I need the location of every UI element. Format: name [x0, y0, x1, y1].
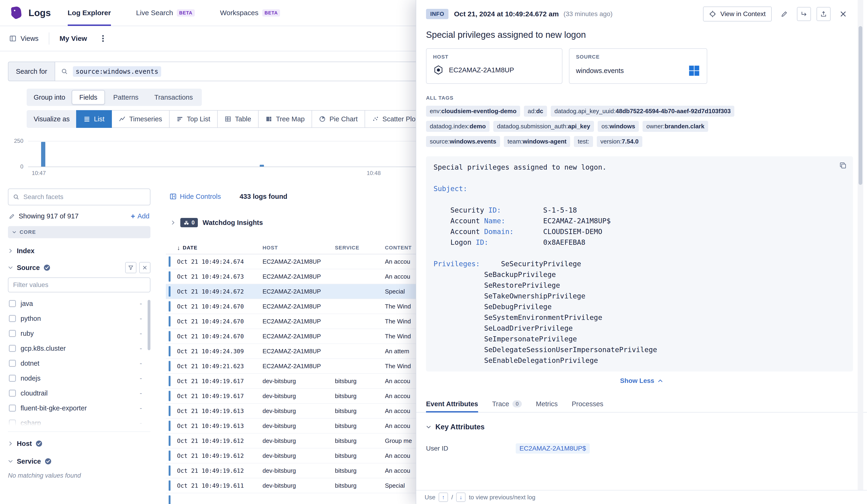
- tag-os[interactable]: os:windows: [598, 121, 639, 132]
- log-date: Oct 21 10:49:19.612: [177, 452, 263, 459]
- view-in-context-button[interactable]: View in Context: [703, 7, 772, 21]
- checkbox[interactable]: [9, 300, 16, 307]
- column-service[interactable]: SERVICE: [335, 245, 385, 251]
- scrollbar-thumb[interactable]: [859, 26, 862, 185]
- hide-controls-button[interactable]: Hide Controls: [170, 193, 221, 200]
- nav-tab-live-search[interactable]: Live SearchBETA: [136, 0, 195, 26]
- open-related-icon[interactable]: [797, 7, 811, 21]
- column-host[interactable]: HOST: [263, 245, 335, 251]
- close-icon[interactable]: [836, 7, 850, 21]
- tag-datadog.index[interactable]: datadog.index:demo: [426, 121, 490, 132]
- group-by-patterns[interactable]: Patterns: [106, 90, 146, 105]
- log-date: Oct 21 10:49:24.670: [177, 303, 263, 310]
- facet-value-csharp[interactable]: csharp-: [8, 416, 150, 426]
- topnav-tabs: Log ExplorerLive SearchBETAWorkspacesBET…: [68, 0, 280, 26]
- facet-value-count: -: [140, 390, 149, 397]
- volume-bar[interactable]: [260, 165, 264, 167]
- tag-value: windows-agent: [523, 138, 567, 145]
- visualize-timeseries-button[interactable]: Timeseries: [111, 110, 170, 128]
- visualize-table-button[interactable]: Table: [217, 110, 259, 128]
- facet-value-ruby[interactable]: ruby-: [8, 326, 150, 341]
- checkbox[interactable]: [9, 419, 16, 426]
- facet-source[interactable]: Source: [8, 261, 150, 275]
- group-by-transactions[interactable]: Transactions: [147, 90, 200, 105]
- filter-facet-icon[interactable]: [125, 262, 136, 273]
- facet-value-java[interactable]: java-: [8, 296, 150, 311]
- arrow-down-key[interactable]: ↓: [456, 493, 465, 502]
- visualize-toplist-button[interactable]: Top List: [169, 110, 218, 128]
- facet-value-nodejs[interactable]: nodejs-: [8, 371, 150, 386]
- edit-icon[interactable]: [777, 7, 791, 21]
- facet-value-gcp.k8s.cluster[interactable]: gcp.k8s.cluster-: [8, 341, 150, 356]
- nav-tab-workspaces[interactable]: WorkspacesBETA: [220, 0, 280, 26]
- host-card[interactable]: HOST EC2AMAZ-2A1M8UP: [426, 48, 563, 84]
- facet-value-label: dotnet: [21, 360, 40, 367]
- checkbox[interactable]: [9, 330, 16, 337]
- facet-filter-input[interactable]: [13, 281, 145, 289]
- tag-ad[interactable]: ad:dc: [524, 106, 547, 117]
- checkbox[interactable]: [9, 345, 16, 352]
- checkbox[interactable]: [9, 405, 16, 412]
- facet-value-count: -: [140, 419, 149, 426]
- detail-tab-event-attributes[interactable]: Event Attributes: [426, 396, 478, 412]
- column-date[interactable]: ↓ DATE: [177, 244, 263, 252]
- facet-value-python[interactable]: python-: [8, 311, 150, 326]
- facet-scrollbar[interactable]: [148, 300, 150, 350]
- info-status-bar: [169, 361, 171, 371]
- visualize-pie-button[interactable]: Pie Chart: [312, 110, 365, 128]
- visualize-treemap-button[interactable]: Tree Map: [258, 110, 312, 128]
- checkbox[interactable]: [9, 375, 16, 382]
- facet-search-input[interactable]: [23, 193, 145, 201]
- facet-value-count: -: [140, 404, 149, 412]
- checkbox[interactable]: [9, 390, 16, 397]
- tag-team[interactable]: team:windows-agent: [504, 136, 570, 147]
- datadog-logo-icon[interactable]: [9, 6, 23, 20]
- facet-value-dotnet[interactable]: dotnet-: [8, 356, 150, 371]
- views-button[interactable]: Views: [9, 35, 39, 43]
- source-card[interactable]: SOURCE windows.events: [569, 48, 707, 84]
- log-count: 433 logs found: [240, 193, 288, 200]
- share-export-icon[interactable]: [816, 7, 831, 21]
- nav-tab-log-explorer[interactable]: Log Explorer: [68, 0, 111, 26]
- tag-env[interactable]: env:cloudsiem-eventlog-demo: [426, 106, 520, 117]
- volume-bar[interactable]: [41, 142, 45, 167]
- detail-tab-processes[interactable]: Processes: [572, 396, 603, 412]
- facet-service[interactable]: Service: [8, 454, 150, 468]
- views-panel-icon: [9, 35, 17, 42]
- panel-scrollbar[interactable]: [858, 0, 863, 490]
- arrow-up-key[interactable]: ↑: [439, 493, 448, 502]
- tag-datadog.api_key_uuid[interactable]: datadog.api_key_uuid:48db7522-6594-4b70-…: [551, 106, 735, 117]
- product-title: Logs: [29, 8, 51, 18]
- visualize-label: List: [94, 115, 104, 123]
- attribute-value[interactable]: EC2AMAZ-2A1M8UP$: [516, 443, 590, 453]
- tag-version[interactable]: version:7.54.0: [597, 136, 642, 147]
- group-by-fields[interactable]: Fields: [72, 90, 105, 105]
- tab-label: Log Explorer: [68, 9, 111, 17]
- facet-index[interactable]: Index: [8, 244, 150, 258]
- core-group-header[interactable]: CORE: [8, 226, 150, 238]
- status-indicator: [166, 271, 177, 282]
- tag-owner[interactable]: owner:branden.clark: [643, 121, 708, 132]
- info-status-bar: [169, 346, 171, 356]
- tag-test[interactable]: test:: [574, 136, 593, 147]
- status-indicator: [166, 331, 177, 341]
- checkbox[interactable]: [9, 360, 16, 367]
- facet-value-cloudtrail[interactable]: cloudtrail-: [8, 386, 150, 401]
- add-facet-button[interactable]: +Add: [131, 212, 149, 220]
- detail-tab-metrics[interactable]: Metrics: [536, 396, 557, 412]
- info-status-bar: [169, 301, 171, 311]
- status-indicator: [166, 376, 177, 386]
- facet-value-fluent-bit-gke-exporter[interactable]: fluent-bit-gke-exporter-: [8, 401, 150, 416]
- show-less-button[interactable]: Show Less: [416, 377, 867, 385]
- view-options-kebab[interactable]: [102, 35, 104, 42]
- facet-host[interactable]: Host: [8, 437, 150, 451]
- edit-facets-icon[interactable]: [9, 213, 15, 219]
- key-attributes-header[interactable]: Key Attributes: [426, 423, 857, 431]
- tag-source[interactable]: source:windows.events: [426, 136, 500, 147]
- detail-tab-trace[interactable]: Trace0: [492, 396, 522, 412]
- copy-icon[interactable]: [839, 162, 846, 169]
- checkbox[interactable]: [9, 315, 16, 322]
- tag-datadog.submission_auth[interactable]: datadog.submission_auth:api_key: [493, 121, 594, 132]
- visualize-list-button[interactable]: List: [76, 110, 112, 128]
- clear-facet-icon[interactable]: [139, 262, 150, 273]
